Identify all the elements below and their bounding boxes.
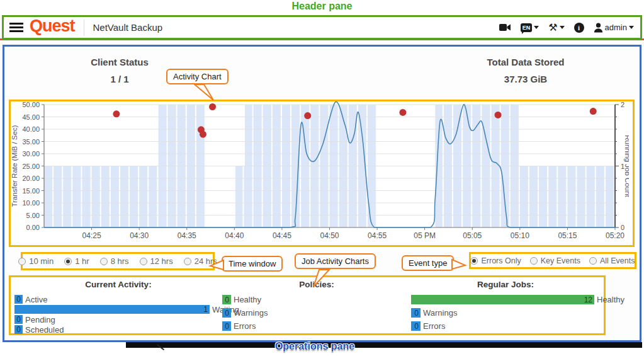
x-axis-ticks: 04:2504:3004:3504:4004:4504:5004:5505 PM… <box>82 227 625 240</box>
radio-icon[interactable] <box>530 257 538 265</box>
ops-col-1-row-active: 0Active <box>14 295 222 304</box>
activity-chart-callout-label: Activity Chart <box>173 72 222 81</box>
error-event-dot <box>200 131 206 138</box>
svg-text:0.00: 0.00 <box>26 224 40 231</box>
event-type-option-label: Key Events <box>541 256 580 265</box>
app-title: NetVault Backup <box>93 22 163 33</box>
event-type-option-key-events[interactable]: Key Events <box>530 256 580 265</box>
svg-text:04:30: 04:30 <box>130 231 149 240</box>
event-type-option-label: All Events <box>600 256 635 265</box>
time-window-option-12-hrs[interactable]: 12 hrs <box>140 256 173 266</box>
time-window-option-8-hrs[interactable]: 8 hrs <box>100 256 129 266</box>
job-count-segment <box>520 166 615 228</box>
time-window-option-label: 8 hrs <box>111 256 129 266</box>
event-type-option-all-events[interactable]: All Events <box>589 256 635 265</box>
svg-text:2: 2 <box>621 101 624 108</box>
callout-tail <box>193 83 215 102</box>
header-actions: EN ⚒ i admin <box>499 23 640 33</box>
header-pane: Quest NetVault Backup EN ⚒ i admin <box>2 15 642 40</box>
healthy-label: Healthy <box>597 295 624 304</box>
scheduled-bar: 0 <box>14 325 23 334</box>
job-activity-charts-callout-label: Job Activity Charts <box>302 256 369 266</box>
chevron-down-icon <box>534 26 539 29</box>
healthy-count: 12 <box>584 296 594 304</box>
language-icon: EN <box>521 23 533 32</box>
event-type-option-label: Errors Only <box>481 256 521 265</box>
radio-icon[interactable] <box>589 257 597 265</box>
radio-icon[interactable] <box>184 258 191 265</box>
waiting-count: 1 <box>203 305 210 314</box>
ops-col-1-row-pending: 0Pending <box>14 315 222 324</box>
healthy-label: Healthy <box>234 295 261 304</box>
radio-icon[interactable] <box>18 258 26 265</box>
time-window-callout: Time window <box>222 256 283 272</box>
username-label: admin <box>605 23 627 32</box>
radio-icon[interactable] <box>100 258 108 265</box>
error-event-dot <box>113 110 120 117</box>
error-event-dot <box>304 112 311 119</box>
time-window-option-1-hr[interactable]: 1 hr <box>64 256 89 266</box>
callout-tail <box>312 268 332 289</box>
time-window-option-10-min[interactable]: 10 min <box>18 256 54 266</box>
client-status-label: Client Status <box>69 57 170 67</box>
healthy-bar: 12 <box>411 295 594 304</box>
chevron-down-icon <box>560 26 565 29</box>
video-camera-icon[interactable] <box>499 23 511 32</box>
warnings-bar: 0 <box>222 308 231 318</box>
event-type-callout-label: Event type <box>409 258 447 268</box>
y-left-ticks: 0.005.0010.0015.0020.0025.0030.0035.0040… <box>22 101 44 231</box>
errors-label: Errors <box>234 321 256 331</box>
total-data-stored-label: Total Data Stored <box>472 57 579 67</box>
current-activity-title: Current Activity: <box>14 280 222 289</box>
warnings-count: 0 <box>414 309 421 318</box>
svg-text:04:45: 04:45 <box>273 231 291 240</box>
active-bar: 0 <box>14 295 23 304</box>
header-pane-annotation: Header pane <box>0 1 644 12</box>
tools-icon: ⚒ <box>548 23 557 33</box>
pending-bar: 0 <box>14 315 23 324</box>
ops-col-3-row-healthy: 12Healthy <box>411 295 600 304</box>
ops-col-1-row-waiting: 1Waiting <box>14 305 222 314</box>
error-event-dot <box>209 103 216 110</box>
language-menu-button[interactable]: EN <box>521 23 539 32</box>
svg-text:04:35: 04:35 <box>178 231 196 240</box>
menu-hamburger-icon[interactable] <box>9 21 23 34</box>
svg-text:50.00: 50.00 <box>22 101 40 108</box>
job-activity-charts-pane: Current Activity: 0Active1Waiting0Pendin… <box>9 275 606 335</box>
scheduled-count: 0 <box>16 325 23 334</box>
errors-bar: 0 <box>222 321 231 331</box>
y-right-ticks: 012 <box>615 101 624 231</box>
activity-chart: 0.005.0010.0015.0020.0025.0030.0035.0040… <box>9 100 635 247</box>
svg-text:04:55: 04:55 <box>368 231 387 240</box>
radio-icon[interactable] <box>140 258 147 265</box>
radio-icon[interactable] <box>64 258 72 265</box>
video-camera-glyph <box>499 23 511 32</box>
callout-tail <box>208 258 225 272</box>
user-menu-button[interactable]: admin <box>594 23 634 33</box>
y-left-axis-title: Transfer Rate (MiB / Sec) <box>11 125 18 207</box>
event-type-selector: Errors OnlyKey EventsAll Events <box>469 252 636 269</box>
svg-text:15.00: 15.00 <box>22 187 40 195</box>
svg-text:04:25: 04:25 <box>82 231 101 240</box>
job-count-segment <box>235 166 245 228</box>
waiting-bar: 1 <box>14 305 210 314</box>
activity-chart-svg: 0.005.0010.0015.0020.0025.0030.0035.0040… <box>11 101 629 241</box>
errors-label: Errors <box>423 321 445 331</box>
info-button[interactable]: i <box>574 23 584 33</box>
radio-icon[interactable] <box>470 257 478 265</box>
event-type-option-errors-only[interactable]: Errors Only <box>470 256 521 265</box>
tools-menu-button[interactable]: ⚒ <box>548 23 564 33</box>
regular-jobs-bars: 12Healthy0Warnings0Errors <box>411 295 600 331</box>
ops-col-2-row-healthy: 0Healthy <box>222 295 411 304</box>
info-icon: i <box>574 23 584 33</box>
svg-text:40.00: 40.00 <box>22 125 40 133</box>
time-window-selector: 10 min1 hr8 hrs12 hrs24 hrs <box>21 252 215 270</box>
time-window-option-label: 12 hrs <box>150 256 173 266</box>
event-type-callout: Event type <box>402 255 454 271</box>
warnings-count: 0 <box>225 309 231 318</box>
client-status-value: 1 / 1 <box>69 74 170 84</box>
job-count-segment <box>44 166 158 228</box>
user-avatar-icon <box>594 23 603 33</box>
y-right-axis-title: Running Job Count <box>624 135 629 197</box>
svg-text:10.00: 10.00 <box>22 199 40 207</box>
